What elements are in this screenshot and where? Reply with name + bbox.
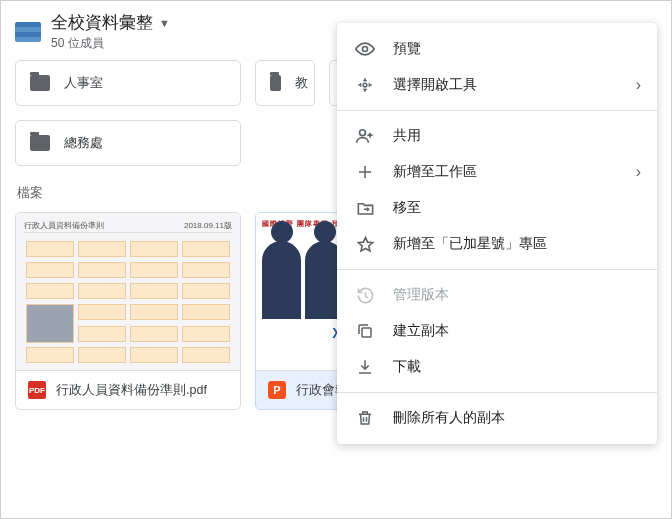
open-with-icon	[355, 75, 375, 95]
svg-point-1	[363, 83, 367, 87]
menu-star[interactable]: 新增至「已加星號」專區	[337, 226, 657, 262]
file-card[interactable]: 行政人員資料備份準則 2018.09.11版 PDF 行政人員資料備份準則.pd…	[15, 212, 241, 410]
svg-point-2	[360, 130, 366, 136]
menu-separator	[337, 392, 657, 393]
folder-label: 教	[295, 74, 308, 92]
menu-download[interactable]: 下載	[337, 349, 657, 385]
chevron-right-icon: ›	[636, 163, 641, 181]
chevron-right-icon: ›	[636, 76, 641, 94]
menu-add-workspace[interactable]: 新增至工作區 ›	[337, 154, 657, 190]
menu-label: 下載	[393, 358, 421, 376]
move-icon	[355, 198, 375, 218]
menu-move[interactable]: 移至	[337, 190, 657, 226]
menu-open-with[interactable]: 選擇開啟工具 ›	[337, 67, 657, 103]
menu-label: 新增至工作區	[393, 163, 477, 181]
menu-copy[interactable]: 建立副本	[337, 313, 657, 349]
menu-separator	[337, 110, 657, 111]
eye-icon	[355, 39, 375, 59]
menu-label: 刪除所有人的副本	[393, 409, 505, 427]
menu-delete[interactable]: 刪除所有人的副本	[337, 400, 657, 436]
svg-rect-3	[362, 328, 371, 337]
folder-icon	[270, 75, 281, 91]
person-add-icon	[355, 126, 375, 146]
menu-versions: 管理版本	[337, 277, 657, 313]
folder-item[interactable]: 人事室	[15, 60, 241, 106]
drive-title-row[interactable]: 全校資料彙整 ▼	[51, 11, 170, 34]
file-footer: PDF 行政人員資料備份準則.pdf	[16, 371, 240, 409]
folder-item[interactable]: 教	[255, 60, 315, 106]
folder-icon	[30, 135, 50, 151]
menu-label: 移至	[393, 199, 421, 217]
slides-icon: P	[268, 381, 286, 399]
context-menu: 預覽 選擇開啟工具 › 共用 新增至工作區 › 移至 新增至「已加星號」專區	[337, 23, 657, 444]
folder-item[interactable]: 總務處	[15, 120, 241, 166]
history-icon	[355, 285, 375, 305]
menu-preview[interactable]: 預覽	[337, 31, 657, 67]
chevron-down-icon: ▼	[159, 17, 170, 29]
plus-icon	[355, 162, 375, 182]
trash-icon	[355, 408, 375, 428]
menu-label: 預覽	[393, 40, 421, 58]
folder-label: 總務處	[64, 134, 103, 152]
shared-drive-icon	[15, 22, 41, 42]
folder-icon	[30, 75, 50, 91]
copy-icon	[355, 321, 375, 341]
download-icon	[355, 357, 375, 377]
star-icon	[355, 234, 375, 254]
svg-point-0	[363, 47, 368, 52]
file-thumbnail: 行政人員資料備份準則 2018.09.11版	[16, 213, 240, 371]
menu-label: 管理版本	[393, 286, 449, 304]
menu-label: 共用	[393, 127, 421, 145]
folder-label: 人事室	[64, 74, 103, 92]
menu-label: 建立副本	[393, 322, 449, 340]
member-count: 50 位成員	[51, 35, 170, 52]
pdf-icon: PDF	[28, 381, 46, 399]
menu-label: 新增至「已加星號」專區	[393, 235, 547, 253]
menu-separator	[337, 269, 657, 270]
menu-label: 選擇開啟工具	[393, 76, 477, 94]
drive-title: 全校資料彙整	[51, 11, 153, 34]
file-name: 行政人員資料備份準則.pdf	[56, 382, 207, 399]
menu-share[interactable]: 共用	[337, 118, 657, 154]
